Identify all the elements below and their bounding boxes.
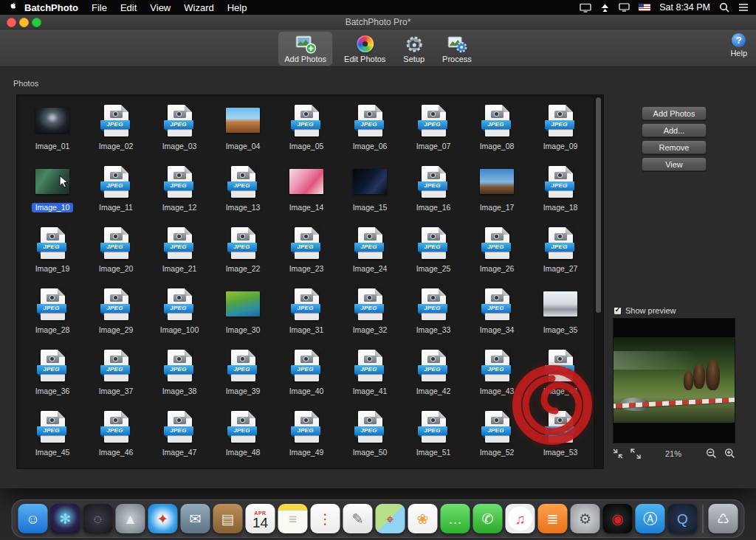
add-photos-button[interactable]: Add Photos xyxy=(642,106,707,120)
dock-system-preferences-icon[interactable]: ⚙ xyxy=(571,504,600,533)
menu-edit[interactable]: Edit xyxy=(120,2,137,13)
remove-button[interactable]: Remove xyxy=(642,140,707,154)
search-icon[interactable] xyxy=(719,2,729,13)
show-preview-option[interactable]: Show preview xyxy=(614,306,676,315)
menu-wizard[interactable]: Wizard xyxy=(184,2,213,13)
zoom-button[interactable] xyxy=(32,18,41,27)
photo-item-image-24[interactable]: JPEGImage_24 xyxy=(338,221,402,283)
menu-app-name[interactable]: BatchPhoto xyxy=(24,2,78,13)
dock-batchphoto-icon[interactable]: ◉ xyxy=(603,504,633,533)
menu-file[interactable]: File xyxy=(92,2,107,13)
photo-item-image-40[interactable]: JPEGImage_40 xyxy=(275,344,338,405)
dock-app-store-icon[interactable]: Ⓐ xyxy=(636,504,665,533)
photo-item-image-42[interactable]: JPEGImage_42 xyxy=(402,344,465,405)
photo-item-image-45[interactable]: JPEGImage_45 xyxy=(21,405,84,466)
photo-item-image-31[interactable]: JPEGImage_31 xyxy=(275,283,338,344)
actual-size-icon[interactable] xyxy=(630,449,641,459)
display-icon[interactable] xyxy=(580,3,591,13)
photo-item-image-51[interactable]: JPEGImage_51 xyxy=(402,405,465,466)
toolbar-add-photos[interactable]: Add Photos xyxy=(278,32,332,66)
dock-contacts-icon[interactable]: ▤ xyxy=(213,504,243,533)
photo-item-image-23[interactable]: JPEGImage_23 xyxy=(275,221,338,283)
dock-reminders-icon[interactable]: ⋮ xyxy=(311,504,340,533)
photo-item-image-17[interactable]: Image_17 xyxy=(465,160,529,221)
photo-item-image-32[interactable]: JPEGImage_32 xyxy=(338,283,402,344)
photo-item-image-20[interactable]: JPEGImage_20 xyxy=(84,221,148,283)
photo-item-image-02[interactable]: JPEGImage_02 xyxy=(84,99,148,160)
dock-mission-control-icon[interactable]: ◌ xyxy=(83,504,113,533)
photo-item-image-37[interactable]: JPEGImage_37 xyxy=(84,344,148,405)
photo-item-image-47[interactable]: JPEGImage_47 xyxy=(148,405,211,466)
toolbar-help[interactable]: ? Help xyxy=(730,33,747,58)
photo-item-image-49[interactable]: JPEGImage_49 xyxy=(275,405,338,466)
toolbar-setup[interactable]: Setup xyxy=(397,32,430,66)
photo-item-image-10[interactable]: Image_10 xyxy=(21,160,84,221)
scrollbar-thumb[interactable] xyxy=(596,97,601,313)
dock-notes-icon[interactable]: ≡ xyxy=(278,504,308,533)
dock-facetime-icon[interactable]: ✆ xyxy=(473,504,503,533)
photo-item-image-25[interactable]: JPEGImage_25 xyxy=(402,221,465,283)
photo-item-image-26[interactable]: JPEGImage_26 xyxy=(465,221,529,283)
photo-item-image-41[interactable]: JPEGImage_41 xyxy=(338,344,402,405)
dock-itunes-icon[interactable]: ♫ xyxy=(506,504,535,533)
dock-siri-icon[interactable]: ✻ xyxy=(51,504,80,533)
show-preview-checkbox[interactable] xyxy=(614,307,622,315)
photo-item-image-50[interactable]: JPEGImage_50 xyxy=(338,405,402,466)
zoom-out-icon[interactable] xyxy=(706,448,717,459)
dock-safari-icon[interactable]: ✦ xyxy=(148,504,178,533)
photo-item-image-35[interactable]: Image_35 xyxy=(529,283,592,344)
photo-item-image-07[interactable]: JPEGImage_07 xyxy=(402,99,465,160)
photo-item-image-28[interactable]: JPEGImage_28 xyxy=(21,283,84,344)
photo-item-image-36[interactable]: JPEGImage_36 xyxy=(21,344,84,405)
dock-mail-icon[interactable]: ✉ xyxy=(181,504,210,533)
display2-icon[interactable] xyxy=(619,3,630,12)
view-button[interactable]: View xyxy=(642,157,707,171)
dock-maps-icon[interactable]: ⌖ xyxy=(376,504,405,533)
photo-item-image-38[interactable]: JPEGImage_38 xyxy=(148,344,211,405)
minimize-button[interactable] xyxy=(19,18,29,27)
photo-item-image-13[interactable]: JPEGImage_13 xyxy=(211,160,275,221)
dock-trash-icon[interactable]: ♺ xyxy=(709,504,738,533)
photo-item-image-11[interactable]: JPEGImage_11 xyxy=(84,160,148,221)
apple-menu-icon[interactable] xyxy=(7,2,17,13)
photo-item-image-39[interactable]: JPEGImage_39 xyxy=(211,344,275,405)
screen-mirroring-icon[interactable] xyxy=(600,3,610,13)
photo-item-image-19[interactable]: JPEGImage_19 xyxy=(21,221,84,283)
dock-calendar-icon[interactable]: APR14 xyxy=(246,504,275,533)
photo-item-image-30[interactable]: Image_30 xyxy=(211,283,275,344)
photo-item-image-100[interactable]: JPEGImage_100 xyxy=(148,283,211,344)
zoom-in-icon[interactable] xyxy=(724,448,735,459)
photo-item-image-04[interactable]: Image_04 xyxy=(211,99,275,160)
photo-item-image-18[interactable]: JPEGImage_18 xyxy=(529,160,592,221)
photo-item-image-29[interactable]: JPEGImage_29 xyxy=(84,283,148,344)
photo-item-image-03[interactable]: JPEGImage_03 xyxy=(148,99,211,160)
photo-item-image-06[interactable]: JPEGImage_06 xyxy=(338,99,402,160)
photo-item-image-33[interactable]: JPEGImage_33 xyxy=(402,283,465,344)
menu-view[interactable]: View xyxy=(150,2,171,13)
dock-messages-icon[interactable]: … xyxy=(441,504,470,533)
add-button[interactable]: Add... xyxy=(642,123,707,137)
photo-item-image-15[interactable]: Image_15 xyxy=(338,160,402,221)
dock-launchpad-icon[interactable]: ▲ xyxy=(116,504,145,533)
photo-item-image-12[interactable]: JPEGImage_12 xyxy=(148,160,211,221)
dock-textedit-icon[interactable]: ✎ xyxy=(343,504,373,533)
title-bar[interactable]: BatchPhoto Pro* xyxy=(0,15,756,30)
photo-item-image-21[interactable]: JPEGImage_21 xyxy=(148,221,211,283)
menu-clock[interactable]: Sat 8:34 PM xyxy=(659,2,710,13)
fit-to-window-icon[interactable] xyxy=(613,449,623,459)
close-button[interactable] xyxy=(7,18,16,27)
photo-item-image-46[interactable]: JPEGImage_46 xyxy=(84,405,148,466)
notification-center-icon[interactable] xyxy=(738,3,749,12)
photo-item-image-48[interactable]: JPEGImage_48 xyxy=(211,405,275,466)
menu-help[interactable]: Help xyxy=(227,2,247,13)
toolbar-process[interactable]: Process xyxy=(436,32,478,66)
photo-item-image-34[interactable]: JPEGImage_34 xyxy=(465,283,529,344)
us-flag-icon[interactable] xyxy=(639,4,650,11)
photo-item-image-09[interactable]: JPEGImage_09 xyxy=(529,99,592,160)
photo-item-image-14[interactable]: Image_14 xyxy=(275,160,338,221)
photo-item-image-08[interactable]: JPEGImage_08 xyxy=(465,99,529,160)
photo-item-image-22[interactable]: JPEGImage_22 xyxy=(211,221,275,283)
toolbar-edit-photos[interactable]: Edit Photos xyxy=(338,32,391,66)
photo-item-image-01[interactable]: Image_01 xyxy=(21,99,84,160)
photo-item-image-27[interactable]: JPEGImage_27 xyxy=(529,221,592,283)
